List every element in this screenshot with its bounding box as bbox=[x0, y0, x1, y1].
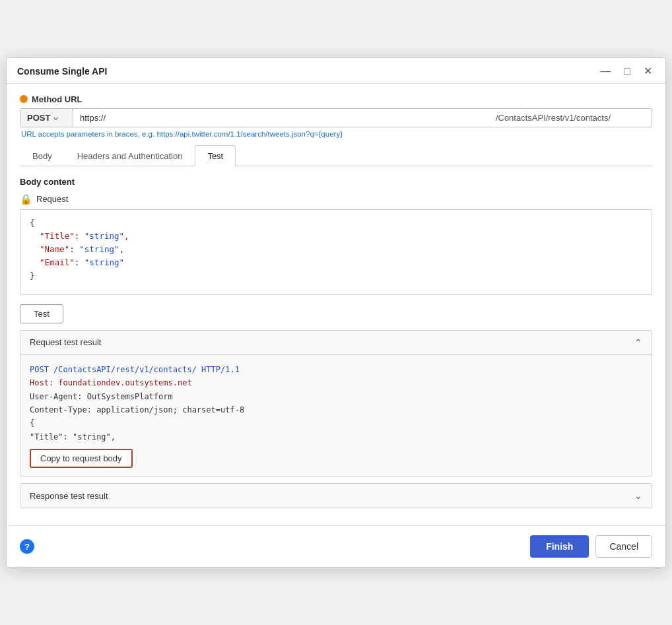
finish-button[interactable]: Finish bbox=[530, 535, 589, 558]
code-line-2: "Title": "string", bbox=[30, 230, 642, 243]
title-bar-controls: — □ ✕ bbox=[597, 65, 655, 78]
code-line-5: } bbox=[30, 269, 642, 282]
cancel-button[interactable]: Cancel bbox=[595, 535, 652, 558]
expand-icon: ⌄ bbox=[634, 490, 642, 501]
method-url-text: Method URL bbox=[32, 94, 83, 104]
tab-bar: Body Headers and Authentication Test bbox=[20, 145, 652, 166]
response-result-title: Response test result bbox=[30, 491, 108, 501]
request-result-header[interactable]: Request test result ⌃ bbox=[20, 331, 652, 355]
response-result-header[interactable]: Response test result ⌄ bbox=[20, 484, 652, 508]
test-button[interactable]: Test bbox=[20, 304, 63, 323]
method-value: POST bbox=[27, 113, 50, 123]
code-line-4: "Email": "string" bbox=[30, 256, 642, 269]
response-result-panel: Response test result ⌄ bbox=[20, 483, 652, 508]
request-label: 🔒 Request bbox=[20, 193, 652, 205]
body-section: Body content 🔒 Request { "Title": "strin… bbox=[20, 166, 652, 508]
bottom-bar: ? Finish Cancel bbox=[7, 525, 665, 567]
maximize-button[interactable]: □ bbox=[621, 65, 633, 78]
bottom-right-buttons: Finish Cancel bbox=[530, 535, 652, 558]
method-url-row: POST /ContactsAPI/rest/v1/contacts/ bbox=[20, 108, 652, 127]
result-line-4: Content-Type: application/json; charset=… bbox=[30, 403, 642, 416]
url-hint: URL accepts parameters in braces, e.g. h… bbox=[20, 130, 652, 138]
result-line-6: "Title": "string", bbox=[30, 430, 642, 444]
url-input[interactable] bbox=[73, 109, 496, 127]
request-result-title: Request test result bbox=[30, 337, 101, 347]
body-content-title: Body content bbox=[20, 177, 652, 187]
tab-content: Body content 🔒 Request { "Title": "strin… bbox=[20, 166, 652, 521]
result-line-1: POST /ContactsAPI/rest/v1/contacts/ HTTP… bbox=[30, 363, 642, 376]
minimize-button[interactable]: — bbox=[597, 65, 613, 78]
code-line-3: "Name": "string", bbox=[30, 243, 642, 256]
dialog-title: Consume Single API bbox=[17, 66, 107, 77]
lock-icon: 🔒 bbox=[20, 193, 32, 205]
request-result-panel: Request test result ⌃ POST /ContactsAPI/… bbox=[20, 330, 652, 477]
tab-test[interactable]: Test bbox=[195, 145, 236, 166]
title-bar: Consume Single API — □ ✕ bbox=[7, 58, 665, 84]
collapse-icon: ⌃ bbox=[634, 337, 642, 348]
result-line-1-text: POST /ContactsAPI/rest/v1/contacts/ HTTP… bbox=[30, 365, 240, 374]
method-dropdown[interactable]: POST bbox=[20, 109, 73, 127]
method-url-label: Method URL bbox=[20, 94, 652, 104]
request-result-body: POST /ContactsAPI/rest/v1/contacts/ HTTP… bbox=[20, 355, 652, 476]
test-btn-row: Test bbox=[20, 304, 652, 323]
status-dot bbox=[20, 95, 28, 103]
chevron-down-icon bbox=[53, 115, 58, 120]
dialog-content: Method URL POST /ContactsAPI/rest/v1/con… bbox=[7, 84, 665, 521]
close-button[interactable]: ✕ bbox=[641, 65, 655, 78]
method-url-section: Method URL POST /ContactsAPI/rest/v1/con… bbox=[20, 94, 652, 138]
tab-body[interactable]: Body bbox=[20, 145, 65, 166]
help-button[interactable]: ? bbox=[20, 539, 34, 554]
copy-to-request-body-button[interactable]: Copy to request body bbox=[30, 449, 133, 468]
tab-headers[interactable]: Headers and Authentication bbox=[65, 145, 195, 166]
code-editor[interactable]: { "Title": "string", "Name": "string", "… bbox=[20, 209, 652, 295]
result-line-3: User-Agent: OutSystemsPlatform bbox=[30, 390, 642, 403]
code-line-1: { bbox=[30, 216, 642, 230]
request-label-text: Request bbox=[36, 194, 68, 204]
consume-single-api-dialog: Consume Single API — □ ✕ Method URL POST… bbox=[6, 57, 666, 568]
result-line-2: Host: foundationdev.outsystems.net bbox=[30, 376, 642, 389]
result-line-5: { bbox=[30, 416, 642, 430]
url-path: /ContactsAPI/rest/v1/contacts/ bbox=[496, 109, 611, 127]
